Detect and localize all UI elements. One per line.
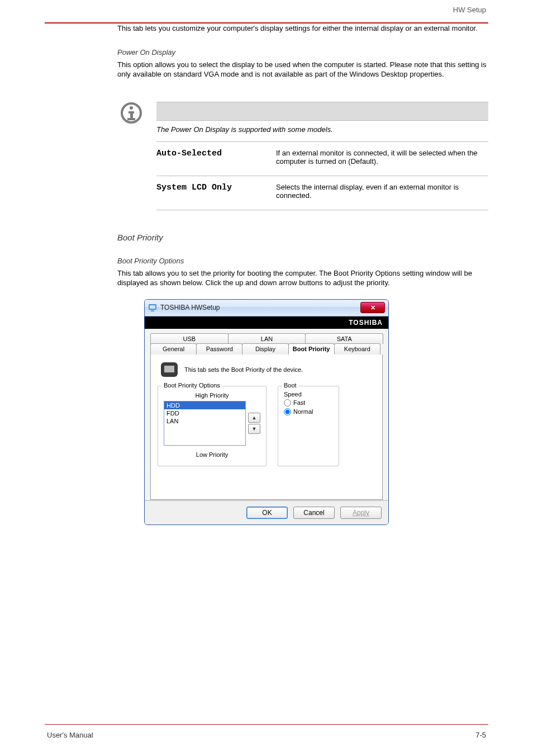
power-on-display-heading: Power On Display [117, 48, 488, 56]
tabs-row-back: USB LAN SATA [150, 333, 383, 344]
apply-button[interactable]: Apply [340, 507, 382, 519]
close-button[interactable]: ✕ [360, 302, 385, 313]
move-down-button[interactable]: ▼ [248, 424, 260, 434]
footer-right: 7-5 [475, 731, 486, 739]
bottom-rule [45, 724, 488, 725]
list-item[interactable]: FDD [164, 409, 245, 417]
fast-radio-row[interactable]: Fast [284, 399, 333, 407]
boot-priority-options-heading: Boot Priority Options [117, 257, 488, 265]
app-icon [148, 303, 157, 312]
system-lcd-term: System LCD Only [156, 183, 268, 192]
high-priority-label: High Priority [164, 392, 260, 399]
note-text: The Power On Display is supported with s… [156, 121, 488, 142]
power-on-display-desc: This option allows you to select the dis… [117, 60, 488, 79]
svg-rect-6 [150, 305, 155, 309]
tabs-row-front: General Password Display Boot Priority K… [150, 343, 383, 355]
tab-usb[interactable]: USB [150, 333, 229, 344]
move-up-button[interactable]: ▲ [248, 413, 260, 423]
tab-general[interactable]: General [150, 343, 197, 355]
boot-priority-fieldset: Boot Priority Options High Priority HDD … [158, 386, 266, 466]
tab-keyboard[interactable]: Keyboard [334, 343, 380, 355]
arrow-down-icon: ▼ [252, 426, 257, 432]
brand-bar: TOSHIBA [145, 316, 388, 329]
normal-radio-label: Normal [293, 408, 313, 415]
button-bar: OK Cancel Apply [145, 500, 388, 525]
svg-point-1 [130, 106, 133, 110]
tab-intro-text: This tab sets the Boot Priority of the d… [184, 366, 303, 373]
titlebar: TOSHIBA HWSetup ✕ [145, 300, 388, 316]
window-title: TOSHIBA HWSetup [160, 304, 220, 311]
low-priority-label: Low Priority [164, 451, 260, 458]
boot-priority-legend: Boot Priority Options [161, 382, 222, 389]
arrow-up-icon: ▲ [252, 415, 257, 420]
boot-priority-desc: This tab allows you to set the priority … [117, 268, 488, 288]
tab-sata[interactable]: SATA [305, 333, 383, 344]
fast-radio[interactable] [284, 399, 291, 407]
cancel-button[interactable]: Cancel [293, 507, 335, 519]
info-icon [117, 102, 145, 126]
tab-boot-priority[interactable]: Boot Priority [288, 343, 335, 355]
boot-priority-heading: Boot Priority [117, 233, 488, 242]
laptop-icon [161, 362, 178, 377]
close-icon: ✕ [370, 304, 375, 311]
auto-selected-desc: If an external monitor is connected, it … [276, 149, 488, 166]
system-lcd-desc: Selects the internal display, even if an… [276, 183, 488, 200]
tab-lan[interactable]: LAN [228, 333, 306, 344]
footer-left: User's Manual [47, 731, 93, 739]
hwsetup-window: TOSHIBA HWSetup ✕ TOSHIBA USB LAN SATA G… [144, 299, 389, 525]
svg-rect-7 [151, 310, 154, 311]
auto-selected-term: Auto-Selected [156, 149, 268, 158]
tab-password[interactable]: Password [196, 343, 242, 355]
list-item[interactable]: HDD [164, 401, 245, 409]
speed-label: Speed [284, 391, 333, 398]
ok-button[interactable]: OK [246, 507, 288, 519]
tab-body: This tab sets the Boot Priority of the d… [150, 355, 383, 500]
boot-legend: Boot [282, 382, 299, 389]
priority-listbox[interactable]: HDD FDD LAN [164, 401, 246, 446]
header-right: HW Setup [45, 6, 486, 23]
note-bar [156, 102, 488, 121]
normal-radio-row[interactable]: Normal [284, 408, 333, 415]
list-item[interactable]: LAN [164, 417, 245, 425]
tab-display[interactable]: Display [242, 343, 288, 355]
fast-radio-label: Fast [293, 399, 305, 406]
apply-label: Apply [353, 509, 369, 517]
svg-rect-4 [127, 118, 135, 120]
svg-rect-3 [130, 111, 133, 119]
normal-radio[interactable] [284, 408, 291, 415]
boot-speed-fieldset: Boot Speed Fast Normal [278, 386, 339, 466]
display-intro: This tab lets you customize your compute… [117, 23, 488, 34]
